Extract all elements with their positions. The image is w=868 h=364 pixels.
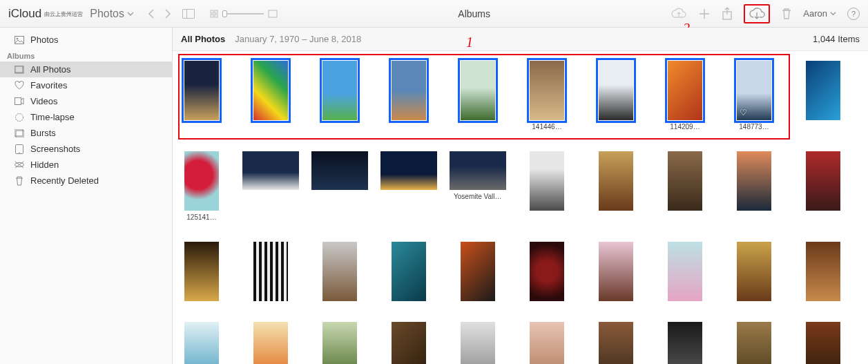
photo-cell[interactable] xyxy=(735,322,773,364)
photo-thumbnail[interactable] xyxy=(450,151,506,190)
photo-thumbnail[interactable] xyxy=(806,61,840,120)
photo-thumbnail[interactable] xyxy=(599,322,633,364)
photo-thumbnail[interactable] xyxy=(184,61,219,120)
share-icon[interactable] xyxy=(722,7,733,21)
photo-cell[interactable] xyxy=(320,242,359,301)
photo-thumbnail[interactable] xyxy=(184,322,219,364)
photo-cell[interactable] xyxy=(597,61,635,131)
photo-cell[interactable] xyxy=(528,322,566,364)
photo-thumbnail[interactable] xyxy=(322,322,357,364)
sidebar-item-time-lapse[interactable]: Time-lapse xyxy=(0,109,172,125)
photo-thumbnail[interactable]: ♡ xyxy=(737,61,771,120)
sidebar-toggle-icon[interactable] xyxy=(182,9,195,19)
sidebar-item-favorites[interactable]: Favorites xyxy=(0,77,172,93)
photo-thumbnail[interactable] xyxy=(380,151,437,190)
photo-cell[interactable] xyxy=(182,242,221,301)
sidebar-item-all-photos[interactable]: All Photos xyxy=(0,61,172,77)
photo-thumbnail[interactable] xyxy=(184,151,219,211)
photo-cell[interactable] xyxy=(320,322,359,364)
photo-cell[interactable] xyxy=(666,151,704,221)
photo-cell[interactable] xyxy=(597,322,635,364)
photo-cell[interactable] xyxy=(666,322,704,364)
photo-thumbnail[interactable] xyxy=(322,242,357,301)
photo-cell[interactable] xyxy=(251,242,290,301)
photo-cell[interactable]: 125141… xyxy=(182,151,221,221)
photo-cell[interactable] xyxy=(251,151,290,221)
photo-thumbnail[interactable] xyxy=(668,61,702,120)
sidebar-item-photos[interactable]: Photos xyxy=(0,32,172,48)
photo-thumbnail[interactable] xyxy=(599,242,633,301)
add-button[interactable] xyxy=(698,8,711,20)
help-icon[interactable]: ? xyxy=(847,8,860,20)
photo-cell[interactable] xyxy=(597,242,635,301)
photo-thumbnail[interactable] xyxy=(184,242,219,301)
delete-icon[interactable] xyxy=(781,8,792,20)
photo-cell[interactable] xyxy=(389,322,428,364)
zoom-knob[interactable] xyxy=(222,10,227,17)
photo-cell[interactable] xyxy=(804,61,842,131)
photo-thumbnail[interactable] xyxy=(599,61,633,120)
photo-cell[interactable] xyxy=(251,61,290,131)
photo-thumbnail[interactable] xyxy=(737,151,771,211)
photo-thumbnail[interactable] xyxy=(806,322,840,364)
photo-cell[interactable] xyxy=(597,151,635,221)
photo-thumbnail[interactable] xyxy=(668,242,702,301)
photo-cell[interactable] xyxy=(251,322,290,364)
download-cloud-icon[interactable] xyxy=(748,7,766,21)
photo-cell[interactable]: 141446… xyxy=(528,61,566,131)
photo-thumbnail[interactable] xyxy=(599,151,633,211)
photo-cell[interactable] xyxy=(804,242,842,301)
photo-cell[interactable] xyxy=(459,322,497,364)
upload-cloud-icon[interactable] xyxy=(671,8,687,20)
photo-cell[interactable] xyxy=(735,151,773,221)
photo-thumbnail[interactable] xyxy=(322,61,357,120)
nav-forward-button[interactable] xyxy=(164,8,171,19)
app-dropdown[interactable]: Photos xyxy=(90,8,134,20)
sidebar-item-screenshots[interactable]: Screenshots xyxy=(0,141,172,157)
photo-thumbnail[interactable] xyxy=(806,151,840,211)
sidebar-item-bursts[interactable]: Bursts xyxy=(0,125,172,141)
photo-thumbnail[interactable] xyxy=(392,242,426,301)
photo-cell[interactable] xyxy=(389,242,428,301)
photo-cell[interactable] xyxy=(459,61,497,131)
photo-cell[interactable]: Yosemite Valley… xyxy=(459,151,497,221)
photo-thumbnail[interactable] xyxy=(242,151,299,190)
photo-cell[interactable]: ♡148773… xyxy=(735,61,773,131)
photo-thumbnail[interactable] xyxy=(461,61,495,120)
photo-cell[interactable] xyxy=(528,242,566,301)
photo-thumbnail[interactable] xyxy=(461,322,495,364)
sidebar-item-hidden[interactable]: Hidden xyxy=(0,157,172,173)
photo-thumbnail[interactable] xyxy=(737,242,771,301)
photo-thumbnail[interactable] xyxy=(253,322,288,364)
photo-cell[interactable] xyxy=(804,151,842,221)
zoom-track[interactable] xyxy=(222,13,264,15)
photo-thumbnail[interactable] xyxy=(253,242,288,301)
photo-thumbnail[interactable] xyxy=(668,151,702,211)
nav-back-button[interactable] xyxy=(148,8,155,19)
photo-cell[interactable] xyxy=(735,242,773,301)
photo-thumbnail[interactable] xyxy=(737,322,771,364)
photo-thumbnail[interactable] xyxy=(530,322,564,364)
photo-thumbnail[interactable] xyxy=(392,322,426,364)
sidebar-item-videos[interactable]: Videos xyxy=(0,93,172,109)
photo-cell[interactable] xyxy=(666,242,704,301)
photo-cell[interactable] xyxy=(389,151,428,221)
sidebar-item-recently-deleted[interactable]: Recently Deleted xyxy=(0,173,172,189)
photo-thumbnail[interactable] xyxy=(311,151,368,190)
photo-thumbnail[interactable] xyxy=(668,322,702,364)
zoom-slider[interactable] xyxy=(210,10,278,18)
photo-cell[interactable] xyxy=(182,61,221,131)
photo-cell[interactable] xyxy=(320,61,359,131)
photo-cell[interactable] xyxy=(804,322,842,364)
photo-cell[interactable] xyxy=(320,151,359,221)
photo-thumbnail[interactable] xyxy=(530,151,564,211)
photo-cell[interactable] xyxy=(459,242,497,301)
photo-thumbnail[interactable] xyxy=(530,242,564,301)
photo-cell[interactable] xyxy=(389,61,428,131)
photo-thumbnail[interactable] xyxy=(253,61,288,120)
photo-cell[interactable]: 114209… xyxy=(666,61,704,131)
photo-thumbnail[interactable] xyxy=(806,242,840,301)
photo-cell[interactable] xyxy=(182,322,221,364)
photo-thumbnail[interactable] xyxy=(461,242,495,301)
photo-thumbnail[interactable] xyxy=(530,61,564,120)
